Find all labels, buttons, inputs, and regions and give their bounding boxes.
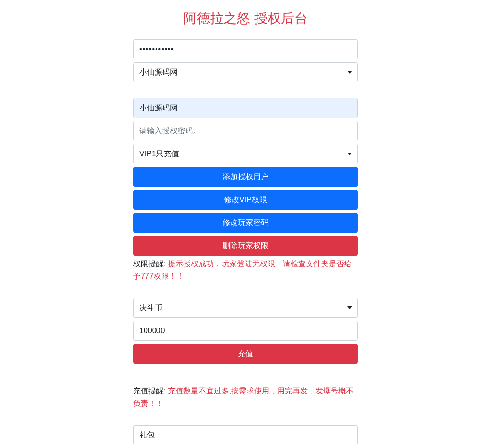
modify-vip-button[interactable]: 修改VIP权限 (133, 190, 358, 210)
recharge-button[interactable]: 充值 (133, 344, 358, 364)
permission-hint: 权限提醒: 提示授权成功，玩家登陆无权限，请检查文件夹是否给予777权限！！ (133, 258, 358, 282)
vip-level-select[interactable]: VIP1只充值 (133, 144, 358, 164)
password-input[interactable] (133, 39, 358, 59)
divider (133, 417, 358, 417)
item-type-input[interactable] (133, 425, 358, 445)
recharge-section: 决斗币 充值 (133, 298, 358, 364)
hint-label: 权限提醒: (133, 260, 168, 268)
account-select[interactable]: 小仙源码网 (133, 62, 358, 82)
delete-permission-button[interactable]: 删除玩家权限 (133, 236, 358, 256)
username-field[interactable] (133, 98, 358, 118)
mail-section: 巅峰争霸256强礼包 发送邮件物品 (133, 425, 358, 448)
page-title: 阿德拉之怒 授权后台 (133, 10, 358, 28)
auth-password-input[interactable] (133, 121, 358, 141)
recharge-hint: 充值提醒: 充值数量不宜过多,按需求使用，用完再发，发爆号概不负责！！ (133, 385, 358, 409)
login-section: 小仙源码网 (133, 39, 358, 82)
hint-label: 充值提醒: (133, 387, 168, 395)
modify-password-button[interactable]: 修改玩家密码 (133, 213, 358, 233)
amount-input[interactable] (133, 321, 358, 341)
divider (133, 290, 358, 290)
divider (133, 90, 358, 90)
currency-select[interactable]: 决斗币 (133, 298, 358, 318)
add-auth-user-button[interactable]: 添加授权用户 (133, 167, 358, 187)
auth-section: VIP1只充值 添加授权用户 修改VIP权限 修改玩家密码 删除玩家权限 权限提… (133, 98, 358, 282)
